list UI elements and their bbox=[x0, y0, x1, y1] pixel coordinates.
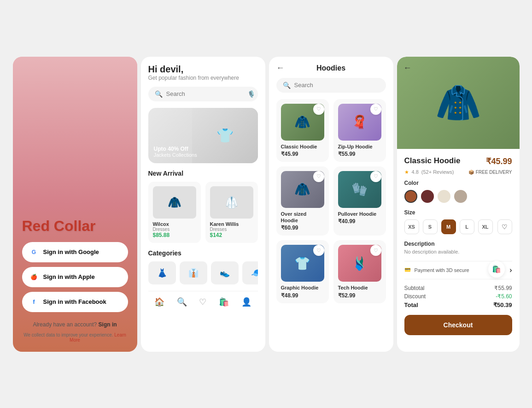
brand-title: Red Collar bbox=[22, 218, 128, 234]
review-count: (52+ Reviews) bbox=[421, 169, 454, 175]
detail-title: Classic Hoodie bbox=[404, 156, 461, 166]
payment-icon: 💳 bbox=[404, 267, 411, 273]
signin-link[interactable]: Sign in bbox=[99, 321, 117, 328]
list-item[interactable]: 🧤 ♡ Pullover Hoodie ₹40.99 bbox=[333, 166, 386, 236]
list-item[interactable]: 🩱 ♡ Tech Hoodie ₹52.99 bbox=[333, 240, 386, 303]
favorite-button[interactable]: ♡ bbox=[313, 245, 324, 256]
hoodies-search-bar: 🔍 bbox=[276, 78, 386, 93]
discount-value: -₹5.60 bbox=[496, 293, 512, 300]
list-item[interactable]: 🧥 Wilcox Dresses $85.88 bbox=[148, 182, 201, 243]
product-brand: Dresses bbox=[210, 227, 253, 232]
category-item[interactable]: 🧢 bbox=[242, 261, 258, 284]
detail-title-row: Classic Hoodie ₹45.99 bbox=[404, 156, 512, 166]
size-xl[interactable]: XL bbox=[478, 219, 493, 234]
color-swatch-darkbrown[interactable] bbox=[421, 190, 434, 203]
search-icon: 🔍 bbox=[283, 82, 291, 89]
wishlist-button[interactable]: ♡ bbox=[497, 219, 512, 234]
size-s[interactable]: S bbox=[423, 219, 438, 234]
subtotal-row: Subtotal ₹55.99 bbox=[404, 285, 512, 291]
hoodie-name: Over sized Hoodie bbox=[281, 211, 324, 224]
list-item[interactable]: 👕 ♡ Graphic Hoodie ₹48.99 bbox=[276, 240, 329, 303]
home-panel: Hi devil, Get popular fashion from every… bbox=[141, 57, 265, 352]
new-arrival-title: New Arrival bbox=[148, 170, 258, 177]
payment-info: 💳 Payment with 3D secure bbox=[404, 267, 469, 273]
nav-home[interactable]: 🏠 bbox=[154, 297, 164, 307]
free-delivery-badge: 📦 FREE DELIVERY bbox=[468, 170, 512, 175]
category-item[interactable]: 👗 bbox=[148, 261, 176, 284]
facebook-signin-button[interactable]: f Sign in with Facebook bbox=[22, 292, 128, 312]
category-item[interactable]: 👔 bbox=[180, 261, 207, 284]
color-swatch-brown[interactable] bbox=[404, 190, 417, 203]
panel-header: ← Hoodies bbox=[276, 64, 386, 72]
promo-banner[interactable]: 👕 Upto 40% Off Jackets Collections bbox=[148, 108, 258, 163]
list-item[interactable]: 🧥 ♡ Over sized Hoodie ₹60.99 bbox=[276, 166, 329, 236]
subtotal-label: Subtotal bbox=[404, 285, 425, 291]
price-summary: Subtotal ₹55.99 Discount -₹5.60 Total ₹5… bbox=[404, 285, 512, 308]
product-price: $142 bbox=[210, 232, 253, 238]
add-to-bag-button[interactable]: 🛍️ bbox=[488, 261, 505, 278]
bottom-nav: 🏠 🔍 ♡ 🛍️ 👤 bbox=[148, 291, 258, 307]
payment-chevron[interactable]: › bbox=[509, 266, 512, 274]
payment-label: Payment with 3D secure bbox=[415, 267, 469, 273]
login-panel: Red Collar G Sign in with Google 🍎 Sign … bbox=[13, 57, 137, 352]
favorite-button[interactable]: ♡ bbox=[370, 245, 381, 256]
login-content: Red Collar G Sign in with Google 🍎 Sign … bbox=[13, 57, 137, 352]
hoodie-price: ₹55.99 bbox=[338, 151, 381, 157]
data-notice: We collect data to improve your experien… bbox=[22, 332, 128, 343]
hoodie-price: ₹40.99 bbox=[338, 218, 381, 225]
category-item[interactable]: 👟 bbox=[211, 261, 239, 284]
product-image: 🧥 bbox=[153, 186, 196, 219]
apple-icon: 🍎 bbox=[29, 272, 39, 282]
size-label: Size bbox=[404, 209, 512, 216]
list-item[interactable]: 🥼 Karen Willis Dresses $142 bbox=[205, 182, 258, 243]
nav-favorites[interactable]: ♡ bbox=[199, 297, 206, 307]
size-l[interactable]: L bbox=[460, 219, 474, 234]
color-swatch-cream[interactable] bbox=[438, 190, 450, 203]
nav-search[interactable]: 🔍 bbox=[177, 297, 187, 307]
product-price: $85.88 bbox=[153, 232, 196, 238]
hoodies-search-input[interactable] bbox=[294, 82, 380, 89]
list-item[interactable]: 🧥 ♡ Classic Hoodie ₹45.99 bbox=[276, 99, 329, 162]
color-selector bbox=[404, 190, 512, 203]
hoodie-name: Pullover Hoodie bbox=[338, 211, 381, 217]
rating-row: ★ 4.8 (52+ Reviews) 📦 FREE DELIVERY bbox=[404, 169, 512, 175]
favorite-button[interactable]: ♡ bbox=[370, 104, 381, 115]
favorite-button[interactable]: ♡ bbox=[370, 171, 381, 182]
back-button[interactable]: ← bbox=[276, 63, 285, 73]
product-main-image: 🧥 bbox=[435, 84, 481, 121]
new-arrival-grid: 🧥 Wilcox Dresses $85.88 🥼 Karen Willis D… bbox=[148, 182, 258, 243]
apple-signin-button[interactable]: 🍎 Sign in with Apple bbox=[22, 267, 128, 287]
nav-profile[interactable]: 👤 bbox=[241, 297, 251, 307]
rating-value: 4.8 bbox=[412, 169, 419, 175]
hoodie-price: ₹45.99 bbox=[281, 151, 324, 157]
nav-cart[interactable]: 🛍️ bbox=[219, 297, 229, 307]
color-swatch-taupe[interactable] bbox=[454, 190, 467, 203]
hoodie-name: Tech Hoodie bbox=[338, 284, 381, 291]
description-text: No description available. bbox=[404, 249, 512, 254]
categories-title: Categories bbox=[148, 249, 258, 257]
discount-label: Discount bbox=[404, 293, 426, 300]
already-account-text: Already have an account? Sign in bbox=[22, 321, 128, 328]
total-label: Total bbox=[404, 302, 418, 308]
google-signin-button[interactable]: G Sign in with Google bbox=[22, 242, 128, 262]
hoodie-name: Zip-Up Hoodie bbox=[338, 143, 381, 150]
favorite-button[interactable]: ♡ bbox=[313, 104, 324, 115]
promo-discount: Upto 40% Off bbox=[154, 146, 252, 152]
greeting-title: Hi devil, bbox=[148, 64, 258, 75]
product-name: Karen Willis bbox=[210, 221, 253, 227]
greeting-subtitle: Get popular fashion from everywhere bbox=[148, 75, 258, 81]
detail-price: ₹45.99 bbox=[486, 156, 512, 166]
favorite-button[interactable]: ♡ bbox=[313, 171, 324, 182]
home-search-input[interactable] bbox=[166, 90, 244, 97]
stars-icon: ★ bbox=[404, 169, 409, 175]
detail-back-button[interactable]: ← bbox=[403, 63, 412, 73]
hoodie-price: ₹48.99 bbox=[281, 292, 324, 299]
promo-collection: Jackets Collections bbox=[154, 152, 252, 158]
size-xs[interactable]: XS bbox=[404, 219, 419, 234]
detail-content: Classic Hoodie ₹45.99 ★ 4.8 (52+ Reviews… bbox=[397, 149, 520, 343]
checkout-button[interactable]: Checkout bbox=[404, 315, 512, 335]
mic-icon[interactable]: 🎙️ bbox=[247, 90, 255, 98]
size-m[interactable]: M bbox=[441, 219, 456, 234]
google-icon: G bbox=[29, 248, 39, 257]
list-item[interactable]: 🧣 ♡ Zip-Up Hoodie ₹55.99 bbox=[333, 99, 386, 162]
